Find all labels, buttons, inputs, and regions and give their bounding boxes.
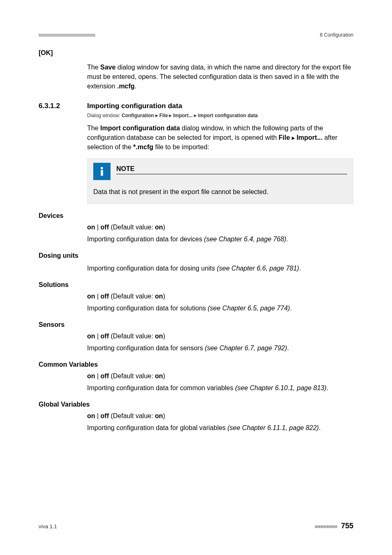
sensors-label: Sensors (39, 321, 353, 328)
solutions-label: Solutions (39, 281, 353, 289)
global-vars-desc: Importing configuration data for global … (87, 423, 353, 432)
ok-label: [OK] (39, 49, 53, 56)
global-vars-label: Global Variables (39, 401, 353, 408)
common-vars-label: Common Variables (39, 361, 353, 368)
global-vars-onoff: on | off (Default value: on) (87, 412, 353, 420)
solutions-desc: Importing configuration data for solutio… (87, 303, 353, 313)
devices-label: Devices (39, 212, 353, 220)
header-right: 6 Configuration (320, 32, 353, 38)
dosing-label: Dosing units (39, 252, 353, 259)
note-title: NOTE (116, 165, 347, 173)
devices-desc: Importing configuration data for devices… (87, 234, 353, 244)
ok-text: The Save dialog window for saving data, … (87, 64, 351, 90)
note-divider (116, 174, 347, 174)
sensors-desc: Importing configuration data for sensors… (87, 343, 353, 353)
dosing-desc: Importing configuration data for dosing … (87, 264, 353, 273)
svg-point-0 (101, 167, 103, 169)
header-left-decor: ■■■■■■■■■■■■■■■■■■■■■■ (39, 32, 95, 38)
note-body: Data that is not present in the export f… (93, 187, 347, 197)
section-paragraph: The Import configuration data dialog win… (87, 125, 337, 150)
devices-onoff: on | off (Default value: on) (87, 224, 353, 231)
solutions-onoff: on | off (Default value: on) (87, 293, 353, 300)
footer-decor: ■■■■■■■■ (315, 523, 337, 530)
footer-left: viva 1.1 (39, 523, 57, 530)
info-icon (93, 163, 111, 180)
sensors-onoff: on | off (Default value: on) (87, 333, 353, 340)
dialog-window-line: Dialog window: Configuration▶File▶Import… (87, 113, 258, 118)
section-title: Importing configuration data (87, 102, 182, 110)
note-box: NOTE Data that is not present in the exp… (87, 158, 353, 204)
common-vars-onoff: on | off (Default value: on) (87, 372, 353, 380)
common-vars-desc: Importing configuration data for common … (87, 383, 353, 393)
footer-page: 755 (341, 522, 353, 530)
section-number: 6.3.1.2 (39, 102, 87, 110)
svg-rect-1 (101, 170, 103, 176)
